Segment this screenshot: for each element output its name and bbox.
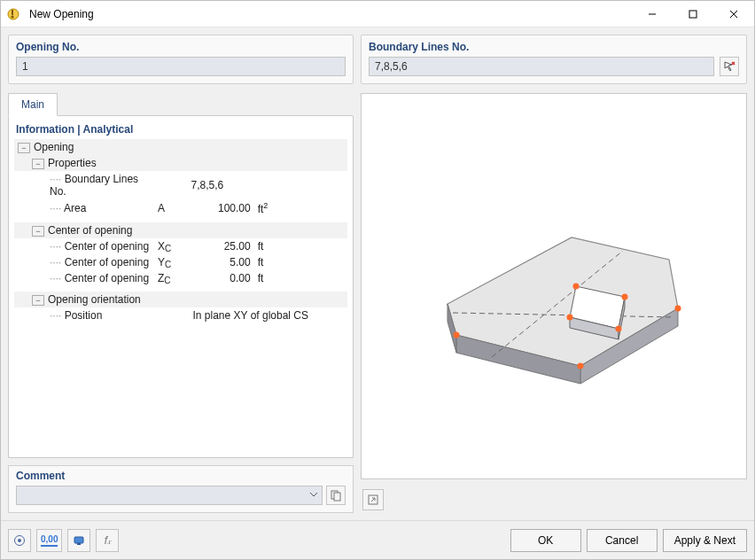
comment-block: Comment <box>8 465 354 513</box>
svg-rect-31 <box>77 543 81 545</box>
panel-heading: Information | Analytical <box>14 121 347 139</box>
opening-no-block: Opening No. 1 <box>8 35 354 84</box>
tab-main[interactable]: Main <box>8 93 58 116</box>
svg-point-26 <box>578 363 584 369</box>
collapse-toggle[interactable]: − <box>32 226 44 237</box>
maximize-button[interactable] <box>673 1 713 27</box>
app-icon <box>1 7 26 21</box>
cancel-button[interactable]: Cancel <box>587 529 658 552</box>
collapse-toggle[interactable]: − <box>18 143 30 153</box>
preview-3d[interactable] <box>361 93 747 479</box>
minimize-button[interactable] <box>632 1 673 27</box>
prop-area-label: Area <box>64 202 86 214</box>
svg-point-29 <box>18 539 21 542</box>
group-properties: Properties <box>48 157 97 169</box>
expand-preview-button[interactable] <box>362 489 384 510</box>
close-button[interactable] <box>713 1 754 27</box>
properties-tree: −Opening −Properties ···· Boundary Lines… <box>14 139 347 452</box>
select-lines-button[interactable] <box>720 57 739 76</box>
main-panel: Information | Analytical −Opening −Prope… <box>8 115 354 458</box>
boundary-lines-block: Boundary Lines No. 7,8,5,6 <box>361 35 747 84</box>
svg-rect-30 <box>74 537 83 543</box>
collapse-toggle[interactable]: − <box>32 159 44 169</box>
chevron-down-icon[interactable] <box>309 489 318 502</box>
units-button[interactable]: 0,00 <box>36 529 62 552</box>
copy-comment-button[interactable] <box>326 486 346 505</box>
svg-point-22 <box>616 326 622 332</box>
svg-point-24 <box>675 306 681 312</box>
apply-next-button[interactable]: Apply & Next <box>663 529 747 552</box>
display-button[interactable] <box>67 529 90 552</box>
svg-rect-10 <box>334 493 340 501</box>
ok-button[interactable]: OK <box>510 529 581 552</box>
dialog-body: Opening No. 1 Boundary Lines No. 7,8,5,6 <box>1 27 754 520</box>
svg-point-21 <box>622 294 628 300</box>
dialog-footer: 0,00 f𝑥 OK Cancel Apply & Next <box>1 520 754 559</box>
group-center: Center of opening <box>48 224 132 237</box>
opening-no-label: Opening No. <box>16 41 346 53</box>
boundary-lines-label: Boundary Lines No. <box>369 41 739 53</box>
prop-area-symbol: A <box>154 199 188 217</box>
comment-input[interactable] <box>16 486 323 505</box>
collapse-toggle[interactable]: − <box>32 295 44 306</box>
svg-point-23 <box>567 315 573 321</box>
group-opening: Opening <box>34 141 74 153</box>
help-button[interactable] <box>8 529 31 552</box>
svg-point-25 <box>454 332 460 338</box>
titlebar: New Opening <box>1 1 754 27</box>
group-orientation: Opening orientation <box>48 293 141 306</box>
dialog-new-opening: New Opening Opening No. 1 Boundary Lines… <box>0 0 755 560</box>
svg-rect-4 <box>689 11 697 18</box>
boundary-lines-input[interactable]: 7,8,5,6 <box>369 57 714 76</box>
opening-no-input[interactable]: 1 <box>16 57 346 76</box>
prop-boundary-value[interactable]: 7,8,5,6 <box>188 171 254 199</box>
prop-position-value: In plane XY of global CS <box>188 307 348 323</box>
function-button[interactable]: f𝑥 <box>96 529 119 552</box>
svg-point-2 <box>11 15 13 18</box>
comment-label: Comment <box>16 470 346 482</box>
svg-point-20 <box>573 284 580 290</box>
window-title: New Opening <box>26 8 632 20</box>
prop-area-value: 100.00 <box>188 199 254 217</box>
svg-rect-1 <box>12 10 13 15</box>
